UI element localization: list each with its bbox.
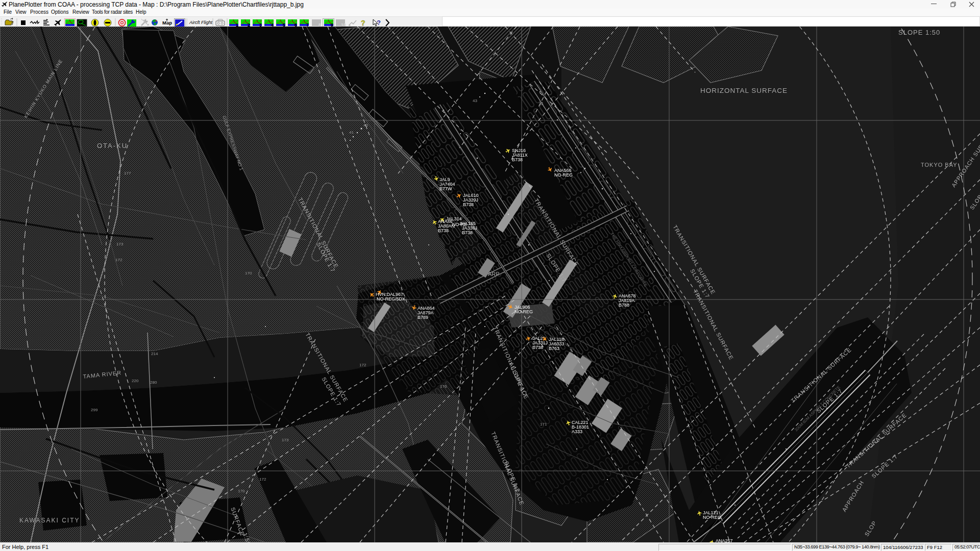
svg-text:B738: B738 xyxy=(532,345,543,350)
svg-text:A333: A333 xyxy=(572,429,582,434)
svg-text:41: 41 xyxy=(349,130,354,135)
svg-text:172: 172 xyxy=(259,477,266,482)
svg-text:172: 172 xyxy=(359,363,366,367)
svg-text:ANA257: ANA257 xyxy=(716,538,733,542)
svg-text:KAWASAKI CITY: KAWASAKI CITY xyxy=(19,517,80,524)
svg-text:NO-REG/5DX: NO-REG/5DX xyxy=(377,296,405,302)
svg-text:176: 176 xyxy=(440,384,447,389)
svg-text:Map: Map xyxy=(162,20,172,26)
svg-text:B763: B763 xyxy=(549,346,559,351)
svg-text:31: 31 xyxy=(539,101,544,106)
svg-text:172: 172 xyxy=(115,258,122,262)
svg-text:B738: B738 xyxy=(462,230,473,235)
svg-text:170: 170 xyxy=(238,489,245,493)
svg-text:170: 170 xyxy=(245,271,252,276)
svg-text:173: 173 xyxy=(282,438,289,442)
svg-text:B788: B788 xyxy=(619,303,629,308)
svg-text:?: ? xyxy=(377,19,381,27)
svg-text:B789: B789 xyxy=(418,315,428,320)
svg-text:B77W: B77W xyxy=(439,186,452,191)
svg-text:177: 177 xyxy=(124,171,131,176)
svg-text:B738: B738 xyxy=(438,228,449,233)
svg-text:B738: B738 xyxy=(463,202,474,207)
svg-text:NO-REG: NO-REG xyxy=(703,515,721,520)
svg-text:SLOPE 1:50: SLOPE 1:50 xyxy=(898,29,940,36)
svg-text:214: 214 xyxy=(151,352,158,356)
svg-text:280: 280 xyxy=(150,380,157,385)
svg-text:OTA-KU: OTA-KU xyxy=(97,142,128,149)
svg-text:HORIZONTAL SURFACE: HORIZONTAL SURFACE xyxy=(700,87,788,94)
svg-text:TOKYO BAY: TOKYO BAY xyxy=(921,162,958,168)
svg-text:299: 299 xyxy=(91,408,98,412)
svg-text:JAL314: JAL314 xyxy=(446,216,462,221)
svg-text:43: 43 xyxy=(473,98,477,103)
svg-text:Aircft: Aircft xyxy=(189,20,200,25)
svg-text:173: 173 xyxy=(116,242,124,246)
svg-text:Flight: Flight xyxy=(201,20,213,25)
svg-text:NO-REG: NO-REG xyxy=(514,309,533,314)
svg-text:220: 220 xyxy=(132,379,139,383)
svg-text:NO-REG: NO-REG xyxy=(554,172,573,178)
svg-text:B738: B738 xyxy=(512,157,523,162)
svg-text:?: ? xyxy=(361,19,365,27)
svg-text:43: 43 xyxy=(363,123,368,128)
svg-text:ARP: ARP xyxy=(488,271,500,277)
svg-text:171: 171 xyxy=(540,422,547,427)
